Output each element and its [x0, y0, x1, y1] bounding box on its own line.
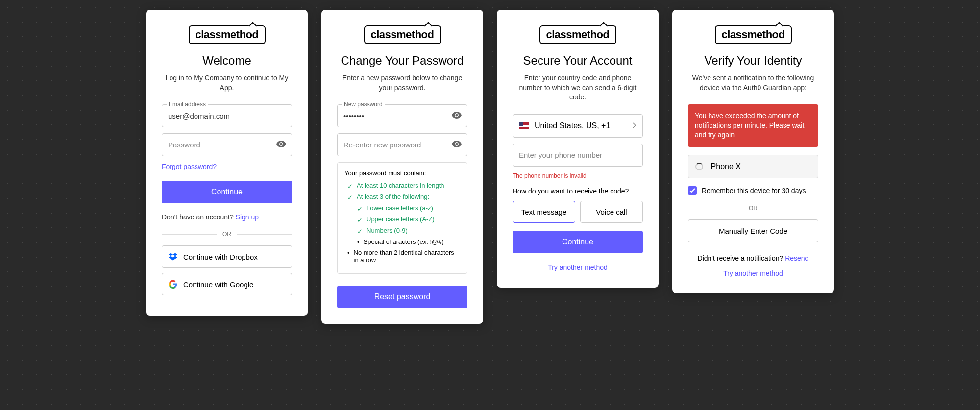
check-icon: ✓: [357, 228, 363, 235]
device-name: iPhone X: [709, 162, 741, 171]
try-another-row: Try another method: [513, 263, 643, 272]
logo-container: classmethod: [513, 25, 643, 44]
google-button[interactable]: Continue with Google: [162, 273, 292, 295]
google-label: Continue with Google: [183, 280, 253, 289]
email-group: Email address: [162, 104, 292, 127]
try-another-link[interactable]: Try another method: [548, 264, 608, 271]
signup-link[interactable]: Sign up: [236, 213, 259, 221]
new-password-field[interactable]: [337, 104, 467, 127]
or-divider: OR: [688, 205, 818, 212]
remember-checkbox[interactable]: [688, 186, 697, 195]
continue-button[interactable]: Continue: [162, 181, 292, 203]
manual-code-button[interactable]: Manually Enter Code: [688, 219, 818, 242]
dropbox-button[interactable]: Continue with Dropbox: [162, 245, 292, 268]
password-title: Change Your Password: [337, 54, 467, 68]
rule-lowercase: ✓ Lower case letters (a-z): [344, 204, 460, 213]
check-icon: ✓: [347, 183, 353, 190]
confirm-password-group: [337, 133, 467, 156]
verify-subtitle: We've sent a notification to the followi…: [688, 73, 818, 93]
new-password-label: New password: [342, 101, 385, 108]
secure-subtitle: Enter your country code and phone number…: [513, 73, 643, 102]
verify-title: Verify Your Identity: [688, 54, 818, 68]
forgot-password-link[interactable]: Forgot password?: [162, 163, 217, 170]
email-field[interactable]: [162, 104, 292, 127]
password-card: classmethod Change Your Password Enter a…: [321, 10, 483, 324]
reset-password-button[interactable]: Reset password: [337, 286, 467, 308]
brand-logo: classmethod: [539, 25, 616, 44]
resend-row: Didn't receive a notification? Resend: [688, 254, 818, 262]
phone-field[interactable]: [513, 144, 643, 167]
country-label: United States, US, +1: [535, 121, 610, 130]
logo-container: classmethod: [337, 25, 467, 44]
continue-button[interactable]: Continue: [513, 231, 643, 253]
phone-group: [513, 144, 643, 167]
flag-us-icon: [519, 122, 529, 129]
rule-length: ✓ At least 10 characters in length: [344, 182, 460, 190]
eye-icon[interactable]: [452, 112, 462, 121]
password-subtitle: Enter a new password below to change you…: [337, 73, 467, 93]
password-rules: Your password must contain: ✓ At least 1…: [337, 162, 467, 274]
bullet-icon: •: [347, 249, 350, 257]
remember-label: Remember this device for 30 days: [702, 187, 806, 194]
rule-special: • Special characters (ex. !@#): [344, 238, 460, 246]
chevron-right-icon: [633, 121, 637, 130]
or-divider: OR: [162, 231, 292, 238]
login-card: classmethod Welcome Log in to My Company…: [146, 10, 308, 316]
rule-three-of: ✓ At least 3 of the following:: [344, 193, 460, 201]
verify-card: classmethod Verify Your Identity We've s…: [672, 10, 834, 293]
signup-row: Don't have an account? Sign up: [162, 213, 292, 221]
rule-uppercase: ✓ Upper case letters (A-Z): [344, 216, 460, 224]
check-icon: ✓: [357, 205, 363, 213]
country-select[interactable]: United States, US, +1: [513, 114, 643, 138]
text-message-button[interactable]: Text message: [513, 201, 575, 223]
logo-container: classmethod: [162, 25, 292, 44]
brand-logo: classmethod: [189, 25, 266, 44]
no-account-text: Don't have an account?: [162, 213, 234, 221]
method-row: Text message Voice call: [513, 201, 643, 223]
try-another-row: Try another method: [688, 269, 818, 278]
rule-identical: • No more than 2 identical characters in…: [344, 249, 460, 264]
brand-logo: classmethod: [364, 25, 441, 44]
phone-error: The phone number is invalid: [513, 172, 643, 179]
rule-numbers: ✓ Numbers (0-9): [344, 227, 460, 235]
check-icon: ✓: [347, 194, 353, 201]
confirm-password-field[interactable]: [337, 133, 467, 156]
brand-logo: classmethod: [715, 25, 792, 44]
check-icon: ✓: [357, 217, 363, 224]
voice-call-button[interactable]: Voice call: [580, 201, 643, 223]
eye-icon[interactable]: [276, 141, 286, 149]
no-notif-text: Didn't receive a notification?: [698, 254, 784, 262]
device-box: iPhone X: [688, 155, 818, 178]
receive-label: How do you want to receive the code?: [513, 187, 643, 195]
dropbox-label: Continue with Dropbox: [183, 253, 258, 261]
secure-title: Secure Your Account: [513, 54, 643, 68]
login-title: Welcome: [162, 54, 292, 68]
rules-title: Your password must contain:: [344, 169, 460, 177]
bullet-icon: •: [357, 239, 360, 246]
eye-icon[interactable]: [452, 141, 462, 149]
password-field[interactable]: [162, 133, 292, 156]
dropbox-icon: [169, 252, 177, 261]
google-icon: [169, 280, 177, 289]
new-password-group: New password: [337, 104, 467, 127]
forgot-row: Forgot password?: [162, 162, 292, 171]
login-subtitle: Log in to My Company to continue to My A…: [162, 73, 292, 93]
resend-link[interactable]: Resend: [785, 254, 808, 262]
rate-limit-alert: You have exceeded the amount of notifica…: [688, 104, 818, 147]
password-group: [162, 133, 292, 156]
spinner-icon: [695, 163, 703, 170]
try-another-link[interactable]: Try another method: [723, 269, 783, 277]
secure-card: classmethod Secure Your Account Enter yo…: [497, 10, 659, 288]
logo-container: classmethod: [688, 25, 818, 44]
remember-row: Remember this device for 30 days: [688, 186, 818, 195]
email-label: Email address: [167, 101, 208, 108]
